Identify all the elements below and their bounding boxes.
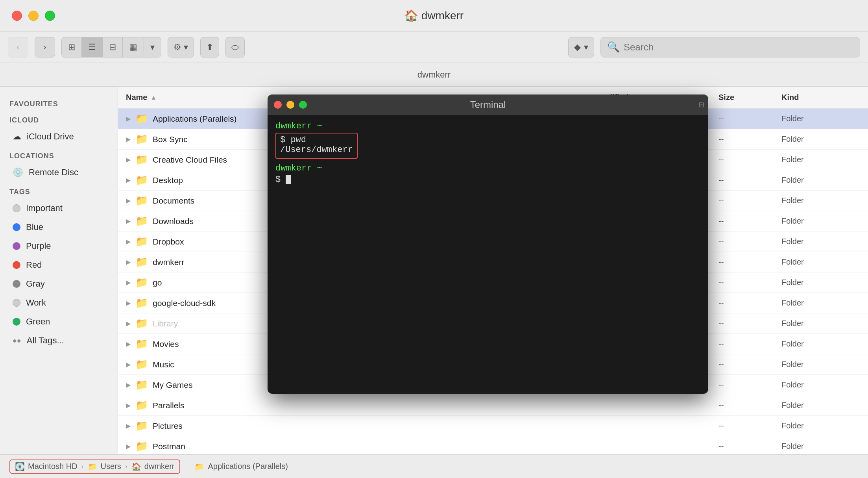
folder-icon: 📁 — [135, 215, 148, 227]
terminal-body[interactable]: dwmkerr ~ $ pwd /Users/dwmkerr dwmkerr ~… — [268, 115, 708, 394]
terminal-maximize-button[interactable] — [299, 101, 307, 109]
terminal-minimize-button[interactable] — [286, 101, 294, 109]
expand-icon[interactable]: ▶ — [126, 320, 135, 327]
minimize-button[interactable] — [28, 11, 39, 21]
expand-icon[interactable]: ▶ — [126, 238, 135, 245]
column-view-button[interactable]: ⊟ — [103, 37, 123, 57]
terminal-split-icon[interactable]: ⊟ — [698, 100, 704, 109]
folder-icon: 📁 — [135, 420, 148, 432]
expand-icon[interactable]: ▶ — [126, 340, 135, 348]
tag-label-purple: Purple — [26, 241, 51, 251]
tag-dot-important — [13, 204, 20, 212]
users-folder-icon: 📁 — [88, 462, 98, 471]
maximize-button[interactable] — [45, 11, 55, 21]
tag-label-green: Green — [26, 317, 50, 327]
status-path-dwmkerr[interactable]: 🏠 dwmkerr — [131, 462, 175, 471]
terminal-close-button[interactable] — [274, 101, 282, 109]
tag-label-all-tags: All Tags... — [27, 335, 64, 346]
expand-icon[interactable]: ▶ — [126, 402, 135, 409]
tag-dot-green — [13, 318, 20, 326]
gallery-view-button[interactable]: ▦ — [123, 37, 144, 57]
sidebar: Favourites iCloud ☁ iCloud Drive Locatio… — [0, 87, 118, 454]
table-row[interactable]: ▶ 📁 Pictures -- Folder — [118, 416, 868, 436]
status-chevron-2: › — [125, 462, 127, 471]
sidebar-item-tag-work[interactable]: Work — [3, 294, 115, 312]
icloud-header: iCloud — [0, 111, 118, 127]
terminal-cursor — [286, 175, 291, 184]
back-button[interactable]: ‹ — [8, 37, 28, 57]
icloud-drive-icon: ☁ — [13, 132, 21, 142]
expand-icon[interactable]: ▶ — [126, 135, 135, 143]
search-icon: 🔍 — [607, 41, 620, 53]
tag-label-gray: Gray — [26, 279, 45, 289]
folder-icon: 📁 — [135, 133, 148, 145]
expand-icon[interactable]: ▶ — [126, 299, 135, 307]
share-button[interactable]: ⬆ — [200, 37, 219, 57]
sidebar-item-remote-disc[interactable]: 💿 Remote Disc — [3, 163, 115, 182]
status-path-users[interactable]: 📁 Users — [88, 462, 121, 471]
terminal-input-line: $ — [275, 175, 700, 185]
expand-icon[interactable]: ▶ — [126, 176, 135, 184]
folder-icon: 📁 — [135, 113, 148, 125]
forward-button[interactable]: › — [35, 37, 55, 57]
status-path[interactable]: 💽 Macintosh HD › 📁 Users › 🏠 dwmkerr — [9, 459, 180, 474]
status-app[interactable]: 📁 Applications (Parallels) — [194, 462, 288, 471]
terminal-prompt-1: dwmkerr ~ — [275, 121, 700, 131]
folder-icon: 📁 — [135, 256, 148, 268]
sidebar-item-tag-gray[interactable]: Gray — [3, 275, 115, 293]
status-path-macintosh-hd[interactable]: 💽 Macintosh HD — [15, 462, 78, 471]
expand-icon[interactable]: ▶ — [126, 381, 135, 389]
search-input[interactable] — [624, 42, 853, 53]
status-chevron-1: › — [81, 462, 84, 471]
expand-icon[interactable]: ▶ — [126, 422, 135, 430]
sidebar-item-all-tags[interactable]: ●● All Tags... — [3, 332, 115, 350]
tags-header: Tags — [0, 182, 118, 198]
column-header-size[interactable]: Size — [718, 93, 781, 102]
tag-label-blue: Blue — [26, 222, 43, 232]
sidebar-item-tag-purple[interactable]: Purple — [3, 237, 115, 255]
sidebar-item-icloud-drive[interactable]: ☁ iCloud Drive — [3, 128, 115, 146]
expand-icon[interactable]: ▶ — [126, 115, 135, 122]
folder-icon: 📁 — [135, 379, 148, 391]
expand-icon[interactable]: ▶ — [126, 361, 135, 368]
status-app-label: Applications (Parallels) — [208, 462, 288, 471]
sidebar-item-tag-important[interactable]: Important — [3, 199, 115, 217]
terminal-result-line: /Users/dwmkerr — [280, 145, 353, 155]
icon-view-button[interactable]: ⊞ — [62, 37, 82, 57]
expand-icon[interactable]: ▶ — [126, 156, 135, 163]
dropbox-button[interactable]: ◆ ▾ — [568, 37, 594, 57]
terminal-window[interactable]: Terminal ⊟ dwmkerr ~ $ pwd /Users/dwmker… — [268, 94, 708, 394]
sidebar-item-tag-green[interactable]: Green — [3, 313, 115, 331]
terminal-prompt-2: dwmkerr ~ — [275, 163, 700, 173]
sidebar-item-tag-red[interactable]: Red — [3, 256, 115, 274]
toolbar: ‹ › ⊞ ☰ ⊟ ▦ ▾ ⚙ ▾ ⬆ ⬭ ◆ ▾ 🔍 — [0, 31, 868, 63]
sort-arrow-name: ▲ — [150, 94, 157, 101]
dwmkerr-label: dwmkerr — [144, 462, 175, 471]
terminal-title-label: Terminal — [470, 99, 506, 110]
dropbox-icon: ◆ — [574, 42, 581, 52]
locations-header: Locations — [0, 146, 118, 163]
close-button[interactable] — [12, 11, 22, 21]
sidebar-item-tag-blue[interactable]: Blue — [3, 218, 115, 236]
expand-icon[interactable]: ▶ — [126, 279, 135, 286]
table-row[interactable]: ▶ 📁 Parallels -- Folder — [118, 395, 868, 416]
users-label: Users — [101, 462, 121, 471]
expand-icon[interactable]: ▶ — [126, 258, 135, 266]
terminal-cmd-box: $ pwd /Users/dwmkerr — [275, 133, 358, 159]
table-row[interactable]: ▶ 📁 Postman -- Folder — [118, 436, 868, 454]
expand-icon[interactable]: ▶ — [126, 197, 135, 204]
expand-icon[interactable]: ▶ — [126, 217, 135, 225]
folder-icon: 📁 — [135, 297, 148, 309]
tag-button[interactable]: ⬭ — [225, 37, 245, 57]
view-switcher: ⊞ ☰ ⊟ ▦ ▾ — [61, 37, 161, 57]
column-header-kind[interactable]: Kind — [781, 93, 860, 102]
view-more-button[interactable]: ▾ — [144, 37, 161, 57]
window-controls[interactable] — [12, 11, 55, 21]
folder-icon: 📁 — [135, 317, 148, 330]
status-app-icon: 📁 — [194, 462, 204, 471]
search-box[interactable]: 🔍 — [600, 37, 860, 57]
expand-icon[interactable]: ▶ — [126, 443, 135, 450]
list-view-button[interactable]: ☰ — [82, 37, 103, 57]
action-button[interactable]: ⚙ ▾ — [168, 37, 194, 57]
terminal-title-bar: Terminal ⊟ — [268, 94, 708, 115]
